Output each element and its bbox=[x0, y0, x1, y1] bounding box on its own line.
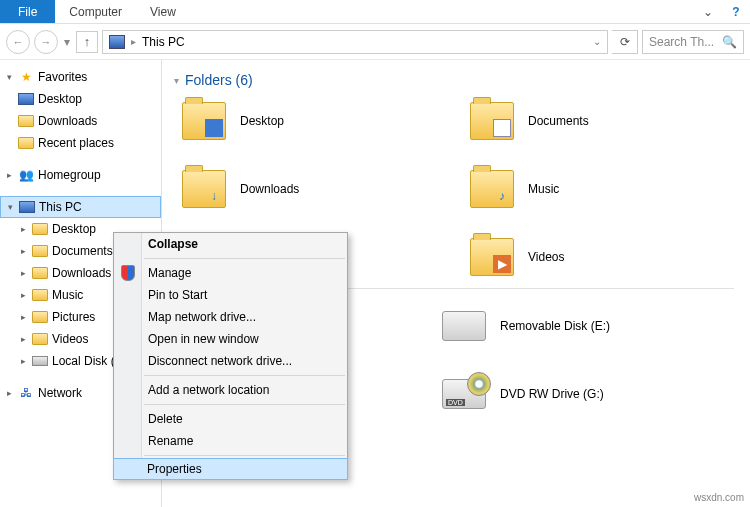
expand-icon[interactable]: ▸ bbox=[18, 290, 28, 300]
pc-icon bbox=[109, 35, 125, 49]
search-input[interactable]: Search Th... 🔍 bbox=[642, 30, 744, 54]
folder-icon bbox=[32, 289, 48, 301]
folder-label: Downloads bbox=[240, 182, 299, 196]
pc-icon bbox=[19, 201, 35, 213]
expand-icon[interactable]: ▸ bbox=[18, 312, 28, 322]
tree-homegroup[interactable]: ▸ 👥 Homegroup bbox=[0, 164, 161, 186]
expand-icon[interactable]: ▸ bbox=[4, 170, 14, 180]
ribbon: File Computer View ⌄ ? bbox=[0, 0, 750, 24]
ctx-open-new-window[interactable]: Open in new window bbox=[114, 328, 347, 350]
folder-label: Videos bbox=[528, 250, 564, 264]
address-text: This PC bbox=[142, 35, 185, 49]
tree-fav-desktop[interactable]: Desktop bbox=[0, 88, 161, 110]
file-tab[interactable]: File bbox=[0, 0, 55, 23]
folder-icon bbox=[32, 245, 48, 257]
folder-music[interactable]: ♪ Music bbox=[470, 166, 738, 212]
tree-fav-recent[interactable]: Recent places bbox=[0, 132, 161, 154]
folder-icon: ↓ bbox=[182, 170, 226, 208]
ctx-separator bbox=[144, 404, 345, 405]
folder-icon bbox=[18, 137, 34, 149]
ctx-separator bbox=[144, 258, 345, 259]
address-dropdown-icon[interactable]: ⌄ bbox=[593, 36, 601, 47]
chevron-right-icon: ▸ bbox=[131, 36, 136, 47]
device-label: DVD RW Drive (G:) bbox=[500, 387, 604, 401]
refresh-button[interactable]: ⟳ bbox=[612, 30, 638, 54]
ctx-separator bbox=[144, 455, 345, 456]
back-button[interactable]: ← bbox=[6, 30, 30, 54]
ctx-rename[interactable]: Rename bbox=[114, 430, 347, 452]
music-overlay-icon: ♪ bbox=[493, 187, 511, 205]
desktop-icon bbox=[18, 93, 34, 105]
folder-videos[interactable]: ▶ Videos bbox=[470, 234, 738, 280]
ctx-delete[interactable]: Delete bbox=[114, 408, 347, 430]
folder-icon bbox=[182, 102, 226, 140]
folder-downloads[interactable]: ↓ Downloads bbox=[182, 166, 450, 212]
expand-icon[interactable]: ▸ bbox=[18, 246, 28, 256]
tree-fav-downloads[interactable]: Downloads bbox=[0, 110, 161, 132]
folder-icon: ▶ bbox=[470, 238, 514, 276]
star-icon: ★ bbox=[18, 70, 34, 84]
folder-label: Documents bbox=[528, 114, 589, 128]
shield-icon bbox=[119, 264, 137, 282]
dvd-badge: DVD bbox=[446, 399, 465, 406]
download-overlay-icon: ↓ bbox=[205, 187, 223, 205]
context-menu: Collapse Manage Pin to Start Map network… bbox=[113, 232, 348, 480]
device-label: Removable Disk (E:) bbox=[500, 319, 610, 333]
tab-computer[interactable]: Computer bbox=[55, 0, 136, 23]
ctx-collapse[interactable]: Collapse bbox=[114, 233, 347, 255]
ctx-manage[interactable]: Manage bbox=[114, 262, 347, 284]
folder-icon bbox=[32, 223, 48, 235]
navigation-bar: ← → ▾ ↑ ▸ This PC ⌄ ⟳ Search Th... 🔍 bbox=[0, 24, 750, 60]
folder-icon bbox=[32, 333, 48, 345]
folder-label: Desktop bbox=[240, 114, 284, 128]
device-dvd-drive[interactable]: DVD DVD RW Drive (G:) bbox=[442, 371, 738, 417]
expand-icon[interactable]: ▸ bbox=[18, 334, 28, 344]
expand-icon[interactable]: ▸ bbox=[18, 268, 28, 278]
homegroup-icon: 👥 bbox=[18, 168, 34, 182]
ctx-add-network-location[interactable]: Add a network location bbox=[114, 379, 347, 401]
network-icon: 🖧 bbox=[18, 386, 34, 400]
ctx-separator bbox=[144, 375, 345, 376]
device-removable-disk[interactable]: Removable Disk (E:) bbox=[442, 303, 738, 349]
expand-icon[interactable]: ▸ bbox=[4, 388, 14, 398]
dvd-drive-icon: DVD bbox=[442, 379, 486, 409]
help-icon[interactable]: ? bbox=[722, 0, 750, 23]
up-button[interactable]: ↑ bbox=[76, 31, 98, 53]
search-placeholder: Search Th... bbox=[649, 35, 714, 49]
address-bar[interactable]: ▸ This PC ⌄ bbox=[102, 30, 608, 54]
folder-desktop[interactable]: Desktop bbox=[182, 98, 450, 144]
collapse-icon[interactable]: ▾ bbox=[174, 75, 179, 86]
videos-overlay-icon: ▶ bbox=[493, 255, 511, 273]
disk-icon bbox=[32, 356, 48, 366]
folder-icon bbox=[32, 311, 48, 323]
tab-view[interactable]: View bbox=[136, 0, 190, 23]
folders-section-header[interactable]: ▾ Folders (6) bbox=[174, 72, 738, 88]
folder-icon bbox=[470, 102, 514, 140]
collapse-icon[interactable]: ▾ bbox=[5, 202, 15, 212]
collapse-icon[interactable]: ▾ bbox=[4, 72, 14, 82]
folder-label: Music bbox=[528, 182, 559, 196]
folder-icon bbox=[18, 115, 34, 127]
tree-this-pc[interactable]: ▾ This PC bbox=[0, 196, 161, 218]
desktop-overlay-icon bbox=[205, 119, 223, 137]
document-overlay-icon bbox=[493, 119, 511, 137]
folder-icon: ♪ bbox=[470, 170, 514, 208]
search-icon: 🔍 bbox=[722, 35, 737, 49]
folder-icon bbox=[32, 267, 48, 279]
ctx-disconnect-network-drive[interactable]: Disconnect network drive... bbox=[114, 350, 347, 372]
forward-button[interactable]: → bbox=[34, 30, 58, 54]
drive-icon bbox=[442, 311, 486, 341]
watermark: wsxdn.com bbox=[694, 492, 744, 503]
ctx-map-network-drive[interactable]: Map network drive... bbox=[114, 306, 347, 328]
expand-icon[interactable]: ▸ bbox=[18, 356, 28, 366]
tree-favorites[interactable]: ▾ ★ Favorites bbox=[0, 66, 161, 88]
expand-icon[interactable]: ▸ bbox=[18, 224, 28, 234]
ctx-pin-to-start[interactable]: Pin to Start bbox=[114, 284, 347, 306]
recent-locations-icon[interactable]: ▾ bbox=[62, 35, 72, 49]
folder-documents[interactable]: Documents bbox=[470, 98, 738, 144]
folders-header-label: Folders (6) bbox=[185, 72, 253, 88]
ribbon-expand-icon[interactable]: ⌄ bbox=[694, 0, 722, 23]
ctx-properties[interactable]: Properties bbox=[113, 458, 348, 480]
